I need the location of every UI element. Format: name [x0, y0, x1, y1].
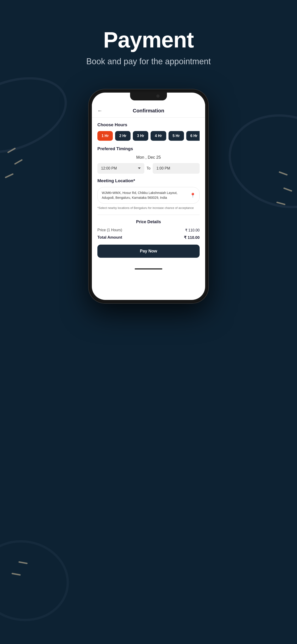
phone-inner-frame: ← Confirmation Choose Hours 1 Hr 2 Hr 3 … — [92, 92, 205, 300]
total-value: ₹ 110.00 — [184, 235, 200, 240]
home-indicator — [135, 268, 162, 270]
app-content: Choose Hours 1 Hr 2 Hr 3 Hr 4 Hr 5 Hr 6 … — [92, 118, 205, 265]
time-row: 12:00 PM To 1:00 PM — [98, 163, 200, 174]
header-section: Payment Book and pay for the appointment — [77, 0, 220, 80]
road-decoration-left — [0, 63, 77, 168]
hour-5-button[interactable]: 5 Hr — [168, 131, 184, 141]
preferred-timings-label: Prefered Timings — [98, 146, 200, 151]
app-header: ← Confirmation — [92, 104, 205, 118]
meeting-location-section: Meeting Location* WJM6+WMX, Hosur Rd, Ch… — [98, 178, 200, 210]
choose-hours-section: Choose Hours 1 Hr 2 Hr 3 Hr 4 Hr 5 Hr 6 … — [98, 122, 200, 141]
total-row: Total Amount ₹ 110.00 — [98, 235, 200, 240]
confirmation-title: Confirmation — [133, 108, 164, 114]
location-pin-icon: 📍 — [190, 192, 196, 199]
hour-3-button[interactable]: 3 Hr — [133, 131, 148, 141]
hour-1-button[interactable]: 1 Hr — [98, 131, 113, 141]
page-title: Payment — [86, 28, 211, 52]
price-label: Price (1 Hours) — [98, 228, 122, 232]
road-decoration-right — [218, 102, 297, 221]
from-time-value: 12:00 PM — [101, 166, 117, 170]
hour-6-button[interactable]: 6 Hr — [186, 131, 200, 141]
location-address: WJM6+WMX, Hosur Rd, Chikku Lakshmaiah La… — [102, 191, 178, 200]
road-marking — [5, 173, 14, 178]
price-details-title: Price Details — [98, 220, 200, 224]
time-separator: To — [147, 166, 150, 170]
phone-screen: ← Confirmation Choose Hours 1 Hr 2 Hr 3 … — [92, 92, 205, 300]
road-decoration-bottom — [0, 533, 75, 628]
phone-bottom-bar — [92, 265, 205, 273]
location-hint: *Select nearby locations of Bengaluru fo… — [98, 206, 200, 210]
preferred-timings-section: Prefered Timings Mon , Dec 25 12:00 PM T… — [98, 146, 200, 174]
page-subtitle: Book and pay for the appointment — [86, 57, 211, 66]
phone-notch — [130, 92, 167, 100]
phone-outer-frame: ← Confirmation Choose Hours 1 Hr 2 Hr 3 … — [89, 89, 208, 303]
total-label: Total Amount — [98, 235, 122, 240]
to-time-value: 1:00 PM — [156, 166, 170, 170]
meeting-location-label: Meeting Location* — [98, 178, 200, 183]
phone-camera — [156, 94, 160, 98]
price-details-section: Price Details Price (1 Hours) ₹ 110.00 T… — [98, 215, 200, 260]
phone-mockup: ← Confirmation Choose Hours 1 Hr 2 Hr 3 … — [89, 89, 208, 303]
location-input[interactable]: WJM6+WMX, Hosur Rd, Chikku Lakshmaiah La… — [98, 187, 200, 204]
pay-now-button[interactable]: Pay Now — [98, 244, 200, 258]
to-time-input[interactable]: 1:00 PM — [153, 163, 200, 174]
price-row: Price (1 Hours) ₹ 110.00 — [98, 228, 200, 232]
chevron-down-icon — [138, 168, 141, 169]
hours-selector: 1 Hr 2 Hr 3 Hr 4 Hr 5 Hr 6 Hr — [98, 131, 200, 141]
choose-hours-label: Choose Hours — [98, 122, 200, 127]
back-button[interactable]: ← — [98, 108, 102, 114]
hour-4-button[interactable]: 4 Hr — [150, 131, 166, 141]
road-marking — [14, 159, 23, 165]
selected-date: Mon , Dec 25 — [98, 155, 200, 160]
from-time-input[interactable]: 12:00 PM — [98, 163, 144, 174]
price-value: ₹ 110.00 — [185, 228, 200, 232]
hour-2-button[interactable]: 2 Hr — [115, 131, 130, 141]
